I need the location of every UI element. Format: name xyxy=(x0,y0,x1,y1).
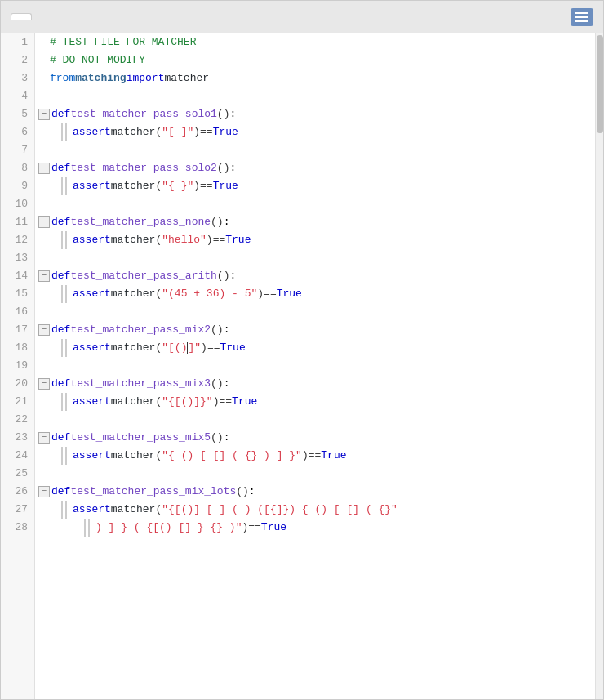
line-number-28: 28 xyxy=(1,519,34,537)
title-bar xyxy=(1,1,603,33)
code-line-6: assert matcher("[ ]") == True xyxy=(35,123,595,141)
menu-icon[interactable] xyxy=(571,8,593,26)
title-bar-left xyxy=(11,13,32,20)
line-number-24: 24 xyxy=(1,447,34,465)
code-content[interactable]: # TEST FILE FOR MATCHER# DO NOT MODIFYfr… xyxy=(35,33,595,699)
line-number-11: 11 xyxy=(1,213,34,231)
code-line-20: −def test_matcher_pass_mix3(): xyxy=(35,375,595,393)
code-line-3: from matching import matcher xyxy=(35,69,595,87)
code-line-28: ) ] } ( {[() [] } {} )") == True xyxy=(35,519,595,537)
menu-bar-3 xyxy=(575,20,588,22)
code-line-27: assert matcher("{[()] [ ] ( ) ([{]}) { (… xyxy=(35,501,595,519)
menu-bar-1 xyxy=(575,12,588,14)
line-number-13: 13 xyxy=(1,249,34,267)
code-line-9: assert matcher("{ }") == True xyxy=(35,177,595,195)
fold-btn-8[interactable]: − xyxy=(38,163,50,174)
code-line-1: # TEST FILE FOR MATCHER xyxy=(35,33,595,51)
line-number-19: 19 xyxy=(1,357,34,375)
line-number-4: 4 xyxy=(1,87,34,105)
code-line-16 xyxy=(35,303,595,321)
fold-btn-11[interactable]: − xyxy=(38,216,50,228)
line-number-17: 17 xyxy=(1,321,34,339)
code-line-10 xyxy=(35,195,595,213)
fold-btn-20[interactable]: − xyxy=(38,378,50,390)
code-line-19 xyxy=(35,357,595,375)
code-line-25 xyxy=(35,465,595,483)
code-line-12: assert matcher("hello") == True xyxy=(35,231,595,249)
menu-bar-2 xyxy=(575,16,588,18)
code-line-13 xyxy=(35,249,595,267)
code-line-8: −def test_matcher_pass_solo2(): xyxy=(35,159,595,177)
code-line-2: # DO NOT MODIFY xyxy=(35,51,595,69)
line-number-21: 21 xyxy=(1,393,34,411)
line-number-2: 2 xyxy=(1,51,34,69)
line-number-16: 16 xyxy=(1,303,34,321)
fold-btn-23[interactable]: − xyxy=(38,432,50,444)
fold-btn-14[interactable]: − xyxy=(38,270,50,282)
fold-btn-5[interactable]: − xyxy=(38,109,50,120)
code-line-21: assert matcher("{[()]}") == True xyxy=(35,393,595,411)
line-number-18: 18 xyxy=(1,339,34,357)
code-line-4 xyxy=(35,87,595,105)
scrollbar-track[interactable] xyxy=(595,33,603,699)
line-number-23: 23 xyxy=(1,429,34,447)
code-line-7 xyxy=(35,141,595,159)
code-line-26: −def test_matcher_pass_mix_lots(): xyxy=(35,483,595,501)
code-line-22 xyxy=(35,411,595,429)
line-number-1: 1 xyxy=(1,33,34,51)
line-number-3: 3 xyxy=(1,69,34,87)
line-number-25: 25 xyxy=(1,465,34,483)
code-line-24: assert matcher("{ () [ [] ( {} ) ] }") =… xyxy=(35,447,595,465)
line-number-10: 10 xyxy=(1,195,34,213)
code-line-11: −def test_matcher_pass_none(): xyxy=(35,213,595,231)
file-tab[interactable] xyxy=(11,13,32,20)
code-line-23: −def test_matcher_pass_mix5(): xyxy=(35,429,595,447)
fold-btn-17[interactable]: − xyxy=(38,324,50,336)
code-line-18: assert matcher("[()]") == True xyxy=(35,339,595,357)
line-number-7: 7 xyxy=(1,141,34,159)
fold-btn-26[interactable]: − xyxy=(38,486,50,497)
line-number-9: 9 xyxy=(1,177,34,195)
line-number-5: 5 xyxy=(1,105,34,123)
line-number-8: 8 xyxy=(1,159,34,177)
code-line-14: −def test_matcher_pass_arith(): xyxy=(35,267,595,285)
line-number-15: 15 xyxy=(1,285,34,303)
line-number-6: 6 xyxy=(1,123,34,141)
code-line-5: −def test_matcher_pass_solo1(): xyxy=(35,105,595,123)
code-line-17: −def test_matcher_pass_mix2(): xyxy=(35,321,595,339)
line-number-22: 22 xyxy=(1,411,34,429)
line-numbers: 1234567891011121314151617181920212223242… xyxy=(1,33,35,699)
line-number-12: 12 xyxy=(1,231,34,249)
editor-window: 1234567891011121314151617181920212223242… xyxy=(0,0,604,700)
line-number-26: 26 xyxy=(1,483,34,501)
scrollbar-thumb[interactable] xyxy=(597,35,603,133)
line-number-20: 20 xyxy=(1,375,34,393)
code-line-15: assert matcher("(45 + 36) - 5") == True xyxy=(35,285,595,303)
line-number-14: 14 xyxy=(1,267,34,285)
line-number-27: 27 xyxy=(1,501,34,519)
code-area: 1234567891011121314151617181920212223242… xyxy=(1,33,603,699)
